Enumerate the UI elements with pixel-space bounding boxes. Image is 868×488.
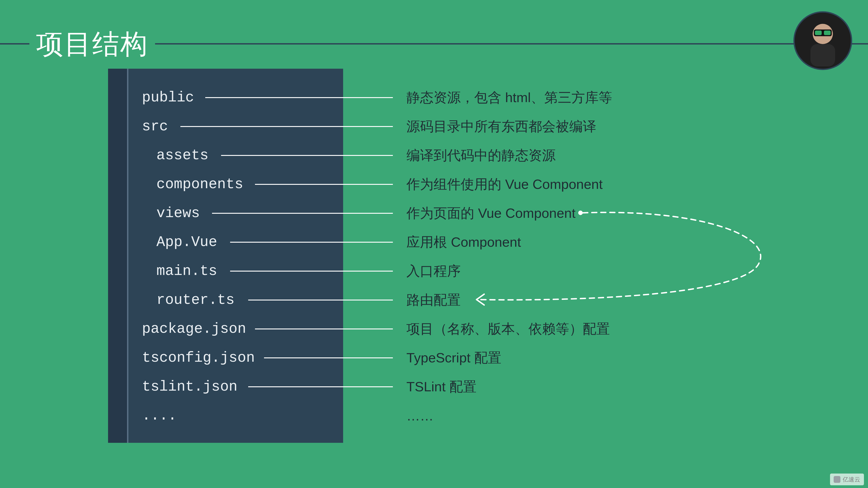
file-desc: TSLint 配置: [406, 378, 476, 396]
structure-row: package.json 项目（名称、版本、依赖等）配置: [108, 315, 764, 344]
connector-line: [221, 155, 393, 156]
svg-rect-5: [824, 31, 831, 35]
watermark-text: 亿速云: [843, 476, 860, 484]
file-desc: 编译到代码中的静态资源: [406, 147, 556, 165]
rule-right: [155, 43, 868, 44]
file-name: views: [108, 205, 200, 221]
file-desc: 项目（名称、版本、依赖等）配置: [406, 320, 610, 338]
structure-row: src 源码目录中所有东西都会被编译: [108, 112, 764, 141]
structure-row: assets 编译到代码中的静态资源: [108, 141, 764, 170]
structure-row: components 作为组件使用的 Vue Component: [108, 170, 764, 199]
file-desc: 作为组件使用的 Vue Component: [406, 175, 602, 194]
structure-row: public 静态资源，包含 html、第三方库等: [108, 83, 764, 112]
structure-row: views 作为页面的 Vue Component: [108, 199, 764, 228]
file-desc: 作为页面的 Vue Component: [406, 204, 576, 223]
watermark-logo-icon: [834, 476, 840, 483]
structure-row: tsconfig.json TypeScript 配置: [108, 344, 764, 372]
presenter-avatar: [794, 11, 852, 70]
file-name: components: [108, 176, 243, 193]
connector-line: [205, 97, 393, 98]
file-name: router.ts: [108, 292, 235, 308]
connector-line: [248, 386, 393, 387]
svg-rect-4: [815, 31, 822, 35]
avatar-placeholder-icon: [795, 13, 851, 69]
slide-title: 项目结构: [29, 30, 155, 57]
file-name: App.Vue: [108, 234, 217, 250]
svg-rect-2: [810, 44, 835, 66]
file-name: public: [108, 90, 194, 106]
file-desc: 路由配置: [406, 291, 461, 309]
rule-left: [0, 43, 29, 44]
structure-row: router.ts 路由配置: [108, 286, 764, 315]
watermark-badge: 亿速云: [830, 474, 864, 485]
file-name: tsconfig.json: [108, 350, 255, 366]
file-name: main.ts: [108, 263, 217, 279]
connector-line: [230, 271, 393, 271]
structure-row: App.Vue 应用根 Component: [108, 228, 764, 257]
file-desc: ……: [406, 408, 434, 424]
connector-line: [230, 242, 393, 242]
structure-row: main.ts 入口程序: [108, 257, 764, 286]
connector-line: [248, 300, 393, 300]
connector-line: [255, 328, 393, 329]
structure-row: .... ……: [108, 401, 764, 430]
file-desc: 入口程序: [406, 262, 461, 281]
file-name: src: [108, 119, 168, 135]
file-desc: 静态资源，包含 html、第三方库等: [406, 89, 612, 107]
structure-row: tslint.json TSLint 配置: [108, 372, 764, 401]
file-name: assets: [108, 147, 209, 164]
title-bar: 项目结构: [0, 30, 868, 57]
file-name: package.json: [108, 321, 246, 337]
file-desc: 源码目录中所有东西都会被编译: [406, 118, 596, 136]
file-name: tslint.json: [108, 379, 237, 395]
connector-line: [212, 213, 393, 214]
file-desc: TypeScript 配置: [406, 349, 501, 367]
file-desc: 应用根 Component: [406, 233, 521, 252]
connector-line: [264, 357, 393, 358]
file-name: ....: [108, 408, 177, 424]
connector-line: [180, 126, 393, 127]
connector-line: [255, 184, 393, 185]
